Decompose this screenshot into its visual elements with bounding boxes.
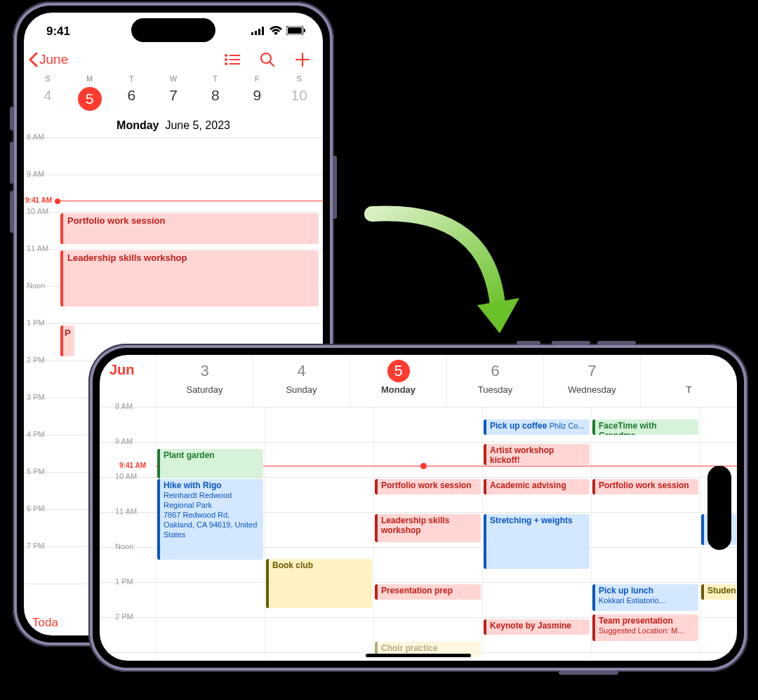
weekday-header: SMTWTFS [24, 73, 323, 83]
calendar-event[interactable]: Academic advising [484, 479, 590, 494]
week-day-column-header[interactable]: 6Tuesday [446, 355, 543, 407]
list-icon [225, 53, 240, 66]
calendar-event[interactable]: Book club [266, 559, 372, 608]
svg-rect-1 [255, 31, 257, 35]
dynamic-island [131, 18, 215, 42]
week-day-row: 45678910 [24, 83, 323, 118]
calendar-event[interactable]: Leadership skills workshop [60, 250, 319, 307]
hour-label: 9 AM [27, 170, 44, 178]
calendar-event[interactable]: Leadership skills workshop [375, 514, 481, 542]
calendar-event[interactable]: P [60, 325, 74, 356]
week-day-column-header[interactable]: 5Monday [350, 355, 446, 407]
volume-up-button [10, 142, 14, 184]
calendar-event[interactable]: Portfolio work session [592, 479, 698, 494]
column-divider [700, 407, 700, 659]
hour-row: 9 AM [100, 442, 737, 443]
column-divider [482, 407, 483, 659]
calendar-event[interactable]: FaceTime with Grandma [592, 419, 698, 435]
hour-row: 1 PM [100, 582, 737, 583]
hour-label: 2 PM [27, 356, 45, 364]
week-day-column-header[interactable]: 3Saturday [156, 355, 253, 407]
svg-rect-12 [230, 63, 240, 65]
column-divider [373, 407, 374, 659]
today-button[interactable]: Toda [32, 616, 58, 630]
calendar-event[interactable]: Pick up coffee Philz Co... [484, 419, 590, 435]
iphone-landscape-frame: Jun 3Saturday4Sunday5Monday6Tuesday7Wedn… [88, 344, 748, 672]
search-button[interactable] [257, 49, 278, 70]
rotation-arrow [351, 193, 547, 361]
svg-rect-8 [230, 55, 240, 56]
day-cell[interactable]: 4 [27, 84, 69, 114]
day-cell[interactable]: 5 [69, 84, 111, 114]
hour-label: 7 PM [27, 541, 45, 550]
svg-rect-5 [288, 27, 302, 34]
day-cell[interactable]: 10 [278, 84, 320, 114]
battery-icon [286, 25, 306, 39]
calendar-event[interactable]: Portfolio work session [375, 479, 481, 494]
status-time: 9:41 [46, 25, 70, 39]
list-view-button[interactable] [222, 49, 243, 70]
svg-rect-10 [230, 59, 240, 60]
wifi-icon [270, 25, 282, 39]
hour-row: 8 AM [24, 138, 323, 175]
weekday-letter: T [194, 74, 237, 83]
week-header: Jun 3Saturday4Sunday5Monday6Tuesday7Wedn… [100, 355, 737, 407]
calendar-event[interactable]: Hike with RigoReinhardt Redwood Regional… [157, 479, 263, 560]
weekday-letter: W [152, 74, 194, 83]
day-cell[interactable]: 7 [152, 84, 194, 114]
home-indicator[interactable] [366, 654, 471, 657]
mute-switch [10, 107, 14, 130]
column-divider [156, 407, 157, 659]
plus-icon [295, 52, 310, 67]
calendar-event[interactable]: Stretching + weights [484, 514, 590, 569]
power-button [333, 156, 337, 219]
hour-label: 2 PM [115, 612, 133, 621]
current-time-label: 9:41 AM [119, 462, 146, 469]
svg-point-7 [225, 54, 227, 57]
weekday-letter: S [278, 74, 320, 83]
weekday-letter: T [110, 74, 152, 83]
svg-rect-3 [262, 27, 264, 35]
volume-up-button [552, 341, 590, 345]
column-divider [591, 407, 592, 659]
nav-bar: June [24, 46, 323, 73]
dynamic-island [707, 466, 731, 550]
calendar-event[interactable]: Pick up lunchKokkari Estiatorio... [592, 584, 698, 611]
hour-label: 10 AM [27, 207, 48, 215]
calendar-event[interactable]: Keynote by Jasmine [484, 619, 590, 635]
calendar-event[interactable]: Portfolio work session [60, 213, 319, 244]
hour-label: 8 AM [115, 402, 133, 410]
cellular-icon [251, 25, 265, 39]
calendar-event[interactable]: Student [701, 584, 736, 600]
day-cell[interactable]: 6 [110, 84, 152, 114]
week-day-column-header[interactable]: T [640, 355, 737, 407]
current-time-line [58, 201, 323, 201]
hour-label: 8 AM [27, 133, 44, 141]
back-label: June [39, 52, 68, 67]
month-label[interactable]: Jun [100, 355, 156, 407]
day-cell[interactable]: 9 [237, 84, 279, 114]
mute-switch [517, 341, 540, 345]
svg-line-14 [270, 62, 274, 66]
current-time-label: 9:41 AM [25, 196, 52, 204]
calendar-event[interactable]: Presentation prep [375, 584, 481, 600]
calendar-event[interactable]: Team presentationSuggested Location: M..… [592, 614, 698, 641]
hour-label: 1 PM [27, 318, 45, 327]
week-grid[interactable]: 8 AM9 AM10 AM11 AMNoon1 PM2 PM9:41 AMPla… [100, 407, 737, 659]
calendar-event[interactable]: Plant garden [157, 449, 263, 478]
add-event-button[interactable] [292, 49, 313, 70]
weekday-letter: S [27, 74, 69, 83]
hour-label: 11 AM [115, 507, 137, 516]
back-button[interactable]: June [28, 52, 68, 67]
hour-row: 8 AM [100, 407, 737, 408]
svg-rect-2 [258, 29, 260, 35]
hour-label: 9 AM [115, 437, 133, 445]
calendar-event[interactable]: Artist workshop kickoff! [484, 444, 590, 465]
volume-down-button [597, 341, 636, 345]
day-cell[interactable]: 8 [194, 84, 237, 114]
search-icon [260, 52, 275, 67]
hour-label: 3 PM [27, 393, 45, 401]
week-day-column-header[interactable]: 7Wednesday [543, 355, 640, 407]
power-button [559, 671, 618, 675]
week-day-column-header[interactable]: 4Sunday [253, 355, 350, 407]
